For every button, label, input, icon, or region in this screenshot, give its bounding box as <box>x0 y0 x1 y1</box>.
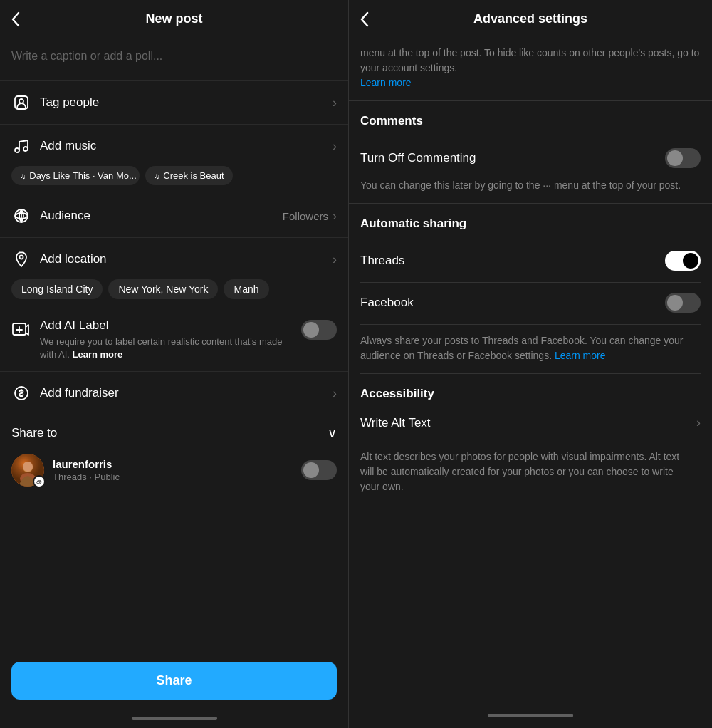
write-alt-text-chevron: › <box>696 415 701 430</box>
location-chips: Long Island City New York, New York Manh <box>0 274 348 308</box>
turn-off-commenting-label: Turn Off Commenting <box>360 151 665 165</box>
music-suggestions: ♫ Days Like This · Van Mo... ♫ Creek is … <box>0 160 348 194</box>
ai-learn-more-link[interactable]: Learn more <box>73 349 123 360</box>
turn-off-commenting-toggle[interactable] <box>665 148 701 168</box>
music-chip-2[interactable]: ♫ Creek is Beaut <box>145 166 233 185</box>
share-button[interactable]: Share <box>11 662 337 700</box>
new-post-title: New post <box>145 11 202 26</box>
caption-input[interactable]: Write a caption or add a poll... <box>0 38 348 81</box>
home-indicator <box>0 708 348 728</box>
auto-sharing-desc: Always share your posts to Threads and F… <box>360 325 701 374</box>
music-chip-1[interactable]: ♫ Days Like This · Van Mo... <box>11 166 140 185</box>
turn-off-commenting-desc: You can change this later by going to th… <box>360 178 701 203</box>
add-music-chevron: › <box>333 139 337 154</box>
auto-sharing-title: Automatic sharing <box>360 204 701 241</box>
ai-label-toggle[interactable] <box>301 320 337 340</box>
music-icon <box>11 136 31 156</box>
share-account-toggle[interactable] <box>301 460 337 480</box>
account-info: laurenforris Threads · Public <box>53 458 301 482</box>
advanced-settings-header: Advanced settings <box>349 0 712 38</box>
intro-text: menu at the top of the post. To hide lik… <box>349 38 712 101</box>
share-to-header[interactable]: Share to ∨ <box>0 415 348 448</box>
caption-placeholder: Write a caption or add a poll... <box>11 50 162 62</box>
accessibility-title: Accessibility <box>360 374 701 404</box>
account-sub: Threads · Public <box>53 472 301 482</box>
location-chip-2[interactable]: New York, New York <box>108 279 218 299</box>
share-to-account: @ laurenforris Threads · Public <box>0 448 348 496</box>
turn-off-commenting-row: Turn Off Commenting <box>360 138 701 178</box>
ai-label-icon <box>11 318 31 338</box>
auto-sharing-learn-more[interactable]: Learn more <box>555 350 606 361</box>
location-chip-3[interactable]: Manh <box>224 279 268 299</box>
location-icon <box>11 249 31 269</box>
tag-people-row[interactable]: Tag people › <box>0 81 348 125</box>
threads-sharing-row: Threads <box>360 241 701 283</box>
right-home-indicator <box>349 708 712 728</box>
comments-section-title: Comments <box>360 101 701 138</box>
ai-label-title: Add AI Label <box>40 318 295 333</box>
location-chip-1[interactable]: Long Island City <box>11 279 103 299</box>
add-location-label: Add location <box>40 252 333 266</box>
facebook-sharing-label: Facebook <box>360 296 665 310</box>
audience-icon <box>11 206 31 226</box>
audience-chevron: › <box>333 209 337 224</box>
tag-people-chevron: › <box>333 95 337 110</box>
add-fundraiser-row[interactable]: Add fundraiser › <box>0 372 348 415</box>
svg-point-2 <box>15 148 19 152</box>
audience-label: Audience <box>40 209 283 223</box>
comments-section: Comments Turn Off Commenting You can cha… <box>349 101 712 204</box>
audience-value: Followers <box>283 210 328 222</box>
ai-label-toggle-wrap <box>301 320 337 340</box>
new-post-header: New post <box>0 0 348 38</box>
add-music-row[interactable]: Add music › <box>0 125 348 160</box>
ai-label-content: Add AI Label We require you to label cer… <box>40 318 295 361</box>
advanced-settings-back-button[interactable] <box>360 11 369 27</box>
fundraiser-icon <box>11 383 31 403</box>
share-to-label: Share to <box>11 426 328 440</box>
accessibility-section: Accessibility Write Alt Text › Alt text … <box>349 374 712 506</box>
add-fundraiser-chevron: › <box>333 386 337 401</box>
avatar-wrap: @ <box>11 454 44 487</box>
share-button-wrap: Share <box>0 653 348 708</box>
svg-point-6 <box>20 256 23 259</box>
auto-sharing-section: Automatic sharing Threads Facebook Alway… <box>349 204 712 374</box>
share-to-chevron: ∨ <box>328 425 337 441</box>
ai-label-section: Add AI Label We require you to label cer… <box>0 308 348 372</box>
avatar-badge: @ <box>33 475 46 488</box>
audience-row[interactable]: Audience Followers › <box>0 194 348 238</box>
right-home-bar <box>488 714 573 717</box>
facebook-sharing-toggle[interactable] <box>665 293 701 313</box>
alt-text-desc: Alt text describes your photos for peopl… <box>360 442 701 506</box>
home-bar <box>132 717 217 720</box>
add-music-label: Add music <box>40 139 333 153</box>
write-alt-text-label: Write Alt Text <box>360 416 696 430</box>
threads-sharing-toggle[interactable] <box>665 251 701 271</box>
facebook-sharing-row: Facebook <box>360 283 701 325</box>
threads-sharing-label: Threads <box>360 254 665 268</box>
tag-people-icon <box>11 93 31 113</box>
new-post-panel: New post Write a caption or add a poll..… <box>0 0 349 728</box>
account-name: laurenforris <box>53 458 301 470</box>
write-alt-text-row[interactable]: Write Alt Text › <box>349 404 712 442</box>
add-location-row[interactable]: Add location › <box>0 238 348 274</box>
intro-learn-more-link[interactable]: Learn more <box>360 77 412 88</box>
add-fundraiser-label: Add fundraiser <box>40 386 333 400</box>
back-button[interactable] <box>11 11 20 27</box>
ai-label-desc: We require you to label certain realisti… <box>40 336 295 361</box>
add-location-chevron: › <box>333 252 337 267</box>
advanced-settings-title: Advanced settings <box>473 11 587 26</box>
svg-point-12 <box>23 462 33 472</box>
threads-icon: @ <box>34 477 44 487</box>
advanced-settings-panel: Advanced settings menu at the top of the… <box>349 0 712 728</box>
tag-people-label: Tag people <box>40 95 333 110</box>
